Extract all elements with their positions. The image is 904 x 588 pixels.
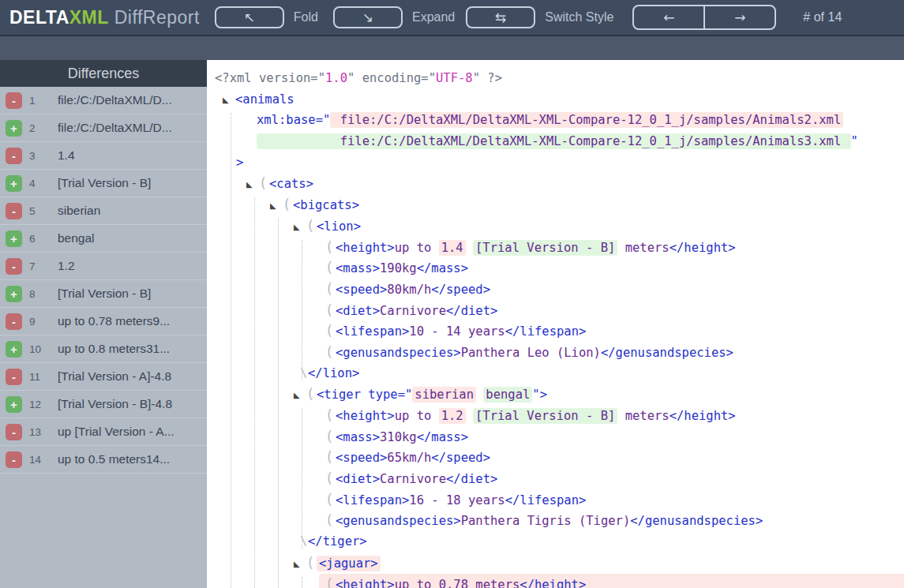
code-text: meters [617, 241, 669, 255]
code-text [466, 409, 473, 423]
code-text: Carnivore [380, 304, 446, 318]
code-line: (<mass>310kg</mass> [207, 426, 904, 448]
paren-open-icon: ( [259, 173, 269, 194]
fold-button[interactable]: ↖ [215, 6, 284, 28]
code-line: (<mass>190kg</mass> [207, 257, 904, 279]
inserted-text: [Trial Version - B] [473, 408, 617, 424]
paren-open-icon: ( [325, 279, 336, 300]
expand-label: Expand [412, 10, 455, 24]
code-text: " [851, 134, 858, 148]
code-line: (<diet>Carnivore</diet> [207, 300, 904, 321]
paren-open-icon: ( [325, 300, 336, 321]
difference-list-item[interactable]: -14up to 0.5 meters14... [0, 446, 207, 474]
collapse-toggle-icon[interactable]: ◣ [223, 90, 235, 111]
difference-list-item[interactable]: -1file:/C:/DeltaXML/D... [0, 87, 207, 114]
difference-list-item[interactable]: -5siberian [0, 197, 207, 225]
code-text: </height> [670, 241, 736, 255]
code-line: (<speed>65km/h</speed> [207, 447, 904, 468]
paren-open-icon: ( [306, 384, 317, 405]
code-text: <lifespan> [336, 324, 409, 339]
collapse-toggle-icon[interactable]: ◣ [246, 174, 259, 196]
code-line: file:/C:/DeltaXML/DeltaXML-XML-Compare-1… [207, 131, 904, 152]
code-text: <tiger type=" [317, 388, 412, 402]
code-text: </genusandspecies> [601, 346, 733, 360]
code-text: <diet> [336, 472, 380, 486]
paren-open-icon: ( [325, 510, 336, 531]
deletion-badge-icon: - [6, 92, 22, 109]
difference-list-item[interactable]: -71.2 [0, 253, 207, 280]
code-text: <height> [336, 241, 395, 255]
deletion-badge-icon: - [6, 369, 22, 385]
fold-label: Fold [294, 10, 318, 24]
collapse-toggle-icon[interactable]: ◣ [294, 554, 306, 575]
difference-number: 6 [29, 233, 51, 245]
code-text: </speed> [431, 451, 490, 465]
collapse-toggle-icon[interactable]: ◣ [294, 385, 306, 406]
code-text: <height> [336, 578, 395, 588]
difference-number: 4 [29, 178, 51, 189]
difference-number: 13 [29, 426, 51, 438]
previous-diff-button[interactable]: ← [634, 6, 703, 28]
code-line: (<speed>80km/h</speed> [207, 279, 904, 300]
difference-number: 9 [29, 316, 51, 328]
switch-style-button[interactable]: ⇆ [466, 6, 535, 28]
difference-list-item[interactable]: +8[Trial Version - B] [0, 280, 207, 308]
paren-open-icon: ( [325, 447, 336, 468]
code-text: 16 - 18 years [409, 493, 505, 507]
code-line: ◣<animals [207, 89, 904, 110]
inserted-text: [Trial Version - B] [473, 240, 617, 256]
left-arrow-icon: ← [663, 9, 674, 25]
logo-delta: DELTA [9, 7, 69, 28]
difference-list-item[interactable]: -31.4 [0, 142, 207, 170]
insertion-badge-icon: + [6, 286, 22, 302]
code-text: <animals [235, 92, 294, 107]
deletion-badge-icon: - [6, 424, 22, 440]
logo-product: DiffReport [109, 7, 200, 28]
code-text: UTF-8 [436, 71, 473, 85]
tree-guide-line [302, 240, 302, 381]
paren-open-icon: ( [306, 552, 317, 574]
difference-list-item[interactable]: +10up to 0.8 meters31... [0, 335, 207, 363]
tree-guide-line [254, 197, 255, 588]
logo-xml: XML [69, 7, 109, 28]
code-text: <genusandspecies> [336, 514, 461, 528]
code-text: Panthera Tigris (Tiger) [461, 514, 631, 528]
collapse-toggle-icon[interactable]: ◣ [294, 217, 306, 238]
difference-list-item[interactable]: -9up to 0.78 meters9... [0, 308, 207, 335]
code-text: </height> [520, 578, 586, 588]
code-text: Panthera Leo (Lion) [461, 346, 601, 360]
code-text [476, 388, 483, 402]
code-text: Carnivore [380, 472, 446, 486]
difference-number: 8 [29, 288, 51, 300]
insertion-badge-icon: + [6, 396, 22, 413]
difference-list-item[interactable]: +4[Trial Version - B] [0, 170, 207, 197]
switch-style-label: Switch Style [545, 10, 613, 24]
code-text: <cats> [269, 177, 313, 191]
paren-open-icon: ( [325, 405, 336, 426]
code-text: > [236, 155, 243, 170]
difference-label: file:/C:/DeltaXML/D... [58, 93, 207, 107]
code-text: up to 0.78 meters [395, 578, 520, 588]
collapse-toggle-icon[interactable]: ◣ [270, 196, 283, 217]
difference-number: 2 [29, 122, 51, 134]
expand-button[interactable]: ↘ [333, 6, 403, 28]
difference-list-item[interactable]: -11[Trial Version - A]-4.8 [0, 363, 207, 391]
code-text: "> [532, 388, 547, 402]
deleted-text: siberian [412, 387, 476, 403]
difference-list-item[interactable]: +2file:/C:/DeltaXML/D... [0, 114, 207, 142]
tree-guide-line [302, 577, 302, 588]
switch-arrows-icon: ⇆ [495, 9, 506, 25]
difference-list-item[interactable]: +12[Trial Version - B]-4.8 [0, 391, 207, 418]
code-line: (<diet>Carnivore</diet> [207, 468, 904, 489]
paren-open-icon: ( [325, 468, 336, 489]
code-text: up to [395, 409, 439, 423]
difference-list-item[interactable]: -13up [Trial Version - A... [0, 418, 207, 446]
code-text: <speed> [336, 451, 387, 465]
code-text: <mass> [336, 261, 380, 275]
code-text: <height> [336, 409, 395, 423]
next-diff-button[interactable]: → [705, 6, 775, 28]
code-line: (<height>up to 1.4 [Trial Version - B] m… [207, 237, 904, 258]
code-text: 10 - 14 years [409, 324, 505, 339]
difference-list-item[interactable]: +6bengal [0, 225, 207, 253]
difference-number: 10 [29, 343, 51, 355]
